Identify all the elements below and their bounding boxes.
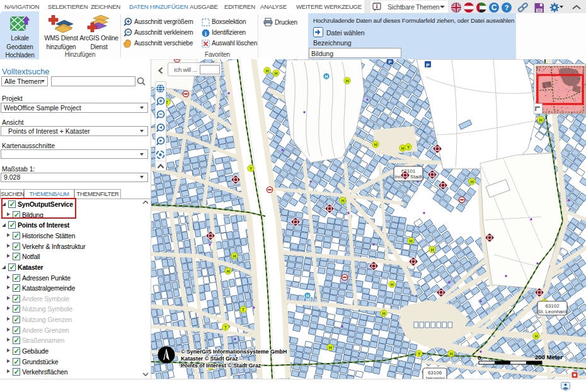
svg-text:?: ? [505, 4, 509, 11]
svg-text:H: H [306, 294, 309, 298]
svg-text:63106: 63106 [428, 370, 442, 376]
svg-text:H: H [534, 334, 537, 338]
svg-text:H: H [274, 71, 277, 76]
svg-text:H: H [449, 352, 452, 356]
svg-text:P: P [426, 62, 430, 68]
svg-text:0: 0 [478, 354, 481, 361]
svg-text:H: H [345, 79, 348, 83]
svg-text:St. Leonhard: St. Leonhard [538, 309, 567, 314]
svg-text:T: T [242, 308, 245, 312]
svg-text:H: H [328, 345, 331, 350]
svg-text:C: C [491, 3, 497, 12]
svg-text:© SynerGIS Informationssysteme: © SynerGIS Informationssysteme GmbH [181, 349, 287, 355]
svg-text:H: H [390, 282, 393, 287]
svg-text:H: H [233, 254, 236, 258]
svg-text:200 Meter: 200 Meter [535, 354, 563, 360]
svg-text:Y: Y [418, 352, 421, 356]
svg-text:H: H [341, 199, 344, 203]
svg-text:P: P [388, 59, 392, 65]
svg-text:Points of Interest © Stadt Gra: Points of Interest © Stadt Graz [181, 362, 261, 369]
svg-text:T: T [224, 325, 227, 330]
svg-text:H: H [382, 311, 385, 316]
svg-text:H: H [325, 74, 328, 79]
svg-text:H: H [430, 248, 434, 252]
svg-text:H: H [265, 69, 268, 73]
svg-text:i: i [205, 30, 207, 37]
svg-text:H: H [539, 118, 542, 122]
svg-text:H: H [374, 142, 377, 147]
svg-text:H: H [470, 180, 473, 184]
svg-text:63102: 63102 [545, 303, 560, 309]
svg-text:Y: Y [407, 145, 410, 149]
svg-text:H: H [401, 146, 404, 151]
svg-text:Kataster © Stadt Graz: Kataster © Stadt Graz [181, 355, 238, 362]
svg-text:H: H [409, 239, 412, 243]
svg-text:H: H [226, 269, 229, 274]
svg-text:Y: Y [250, 166, 253, 171]
